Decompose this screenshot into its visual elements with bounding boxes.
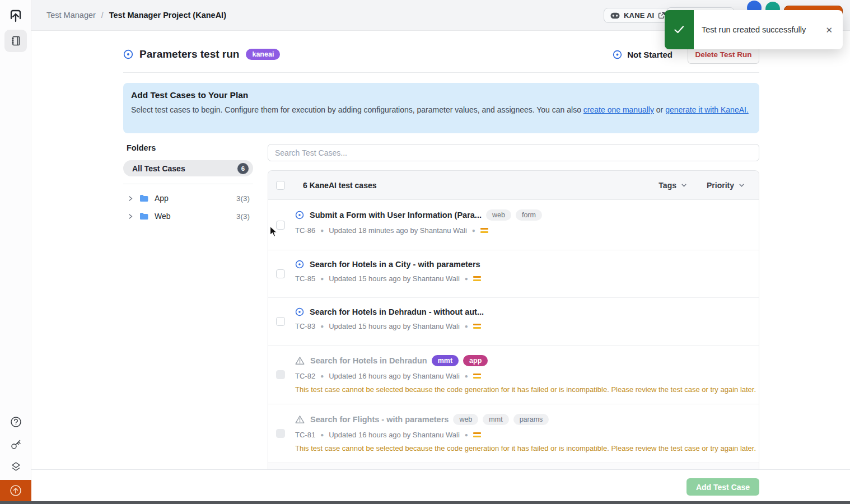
test-case-id: TC-81 (295, 431, 315, 439)
folder-all-count-badge: 6 (237, 163, 249, 174)
test-case-row: Search for Hotels in DehradunmmtappTC-82… (268, 346, 759, 404)
test-case-row: Submit a Form with User Information (Par… (268, 200, 759, 250)
dot-separator: ● (465, 323, 468, 329)
kane-ai-button[interactable]: KANE AI (604, 8, 672, 23)
folder-item-web[interactable]: Web 3(3) (123, 207, 253, 225)
banner-text-before: Select test cases to begin. Configure th… (131, 105, 583, 114)
banner-title: Add Test Cases to Your Plan (131, 90, 751, 100)
kane-ai-mask-icon (610, 12, 620, 19)
bottom-strip (0, 501, 850, 504)
toast-accent (665, 10, 694, 49)
folder-item-app[interactable]: App 3(3) (123, 189, 253, 207)
list-count-label: 6 KaneAI test cases (303, 181, 377, 190)
folder-all-test-cases[interactable]: All Test Cases 6 (123, 160, 253, 176)
banner-text-mid: or (654, 105, 665, 114)
dot-separator: ● (465, 276, 468, 282)
tag-pill: mmt (432, 355, 459, 366)
folder-label: App (155, 194, 169, 203)
warning-triangle-icon (295, 415, 305, 424)
add-test-cases-banner: Add Test Cases to Your Plan Select test … (123, 83, 759, 133)
test-case-checkbox[interactable] (276, 221, 285, 230)
dot-separator: ● (465, 373, 468, 379)
left-rail (0, 0, 31, 504)
priority-medium-icon (473, 324, 481, 329)
page-title: Parameters test run (139, 48, 239, 60)
upgrade-button[interactable] (0, 480, 31, 501)
test-case-title[interactable]: Submit a Form with User Information (Par… (310, 211, 482, 220)
dot-separator: ● (320, 276, 324, 282)
updated-text: Updated 15 hours ago by Shantanu Wali (329, 322, 460, 330)
folder-icon (139, 194, 149, 202)
test-case-title[interactable]: Search for Hotels in Dehradun (310, 356, 427, 365)
toast-success: Test run created successfully ✕ (665, 10, 843, 49)
breadcrumb-separator: / (101, 11, 104, 20)
test-case-id: TC-83 (295, 322, 315, 330)
test-case-checkbox (276, 370, 285, 379)
test-case-checkbox (276, 429, 285, 438)
test-case-row: Search for Hotels in Dehradun - without … (268, 298, 759, 346)
warning-message: This test case cannot be selected becaus… (295, 385, 759, 394)
status-circle-icon (295, 211, 304, 220)
breadcrumb-current: Test Manager Project (KaneAI) (109, 11, 226, 20)
status-circle-icon (295, 307, 304, 316)
test-case-row: Search for Flights - with parameterswebm… (268, 404, 759, 463)
folders-panel: Folders All Test Cases 6 App 3(3) Web 3(… (123, 143, 253, 225)
arrow-up-circle-icon (9, 484, 22, 497)
folder-count: 3(3) (236, 194, 250, 203)
sidebar-item-test-manager[interactable] (4, 30, 27, 52)
status-circle-icon (295, 260, 304, 269)
list-header: 6 KaneAI test cases Tags Priority (268, 171, 759, 200)
kaneai-badge: kaneai (246, 49, 280, 60)
dot-separator: ● (320, 373, 324, 379)
priority-medium-icon (480, 228, 488, 233)
notebook-icon (11, 35, 21, 46)
test-case-id: TC-85 (295, 274, 315, 283)
select-all-checkbox[interactable] (276, 181, 285, 190)
app-window: Test Manager / Test Manager Project (Kan… (0, 0, 850, 504)
test-case-title[interactable]: Search for Flights - with parameters (310, 415, 449, 424)
priority-filter-dropdown[interactable]: Priority (707, 181, 744, 190)
stack-icon[interactable] (10, 460, 22, 473)
caret-down-icon (681, 184, 686, 187)
dot-separator: ● (472, 227, 475, 234)
lambdatest-logo-icon (7, 7, 24, 24)
chevron-right-icon[interactable] (128, 213, 133, 220)
test-case-list: Submit a Form with User Information (Par… (268, 200, 759, 463)
tag-pill: web (453, 414, 478, 425)
key-icon[interactable] (10, 438, 22, 450)
tag-pill: params (513, 414, 549, 425)
add-test-case-button[interactable]: Add Test Case (686, 478, 759, 496)
dot-separator: ● (320, 323, 324, 329)
create-one-manually-link[interactable]: create one manually (583, 105, 654, 114)
test-case-checkbox[interactable] (276, 317, 285, 326)
priority-filter-label: Priority (707, 181, 734, 190)
updated-text: Updated 18 minutes ago by Shantanu Wali (329, 226, 467, 235)
status-badge: Not Started (627, 50, 672, 59)
generate-with-kaneai-link[interactable]: generate it with KaneAI. (665, 105, 749, 114)
folder-count: 3(3) (236, 212, 250, 221)
updated-text: Updated 16 hours ago by Shantanu Wali (329, 372, 460, 380)
status-not-started-icon (613, 50, 622, 59)
updated-text: Updated 16 hours ago by Shantanu Wali (329, 431, 460, 439)
help-icon[interactable] (10, 416, 22, 428)
tags-filter-dropdown[interactable]: Tags (658, 181, 686, 190)
folders-heading: Folders (123, 143, 253, 152)
test-case-title[interactable]: Search for Hotels in a City - with param… (310, 260, 480, 269)
status-circle-icon (123, 49, 133, 59)
check-icon (674, 26, 684, 34)
dot-separator: ● (465, 432, 468, 438)
test-case-id: TC-82 (295, 372, 315, 380)
warning-message: This test case cannot be selected becaus… (295, 444, 759, 452)
kane-ai-label: KANE AI (624, 11, 654, 20)
test-case-checkbox[interactable] (276, 269, 285, 278)
banner-text: Select test cases to begin. Configure th… (131, 104, 750, 115)
test-case-id: TC-86 (295, 226, 315, 235)
toast-close-icon[interactable]: ✕ (823, 24, 835, 36)
footer-bar: Add Test Case (31, 469, 850, 501)
chevron-right-icon[interactable] (128, 195, 133, 202)
breadcrumb-root[interactable]: Test Manager (46, 11, 96, 20)
test-case-title[interactable]: Search for Hotels in Dehradun - without … (310, 307, 484, 316)
toast-message: Test run created successfully (702, 25, 806, 34)
folder-label: Web (155, 212, 171, 221)
search-input[interactable] (268, 144, 759, 161)
